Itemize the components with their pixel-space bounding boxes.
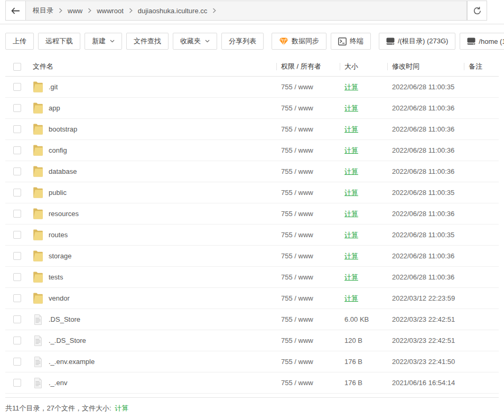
table-row[interactable]: storage 755 / www 计算 2022/06/28 11:00:36 <box>5 246 499 267</box>
folder-icon <box>33 293 43 304</box>
disk-home-label: /home (10G) <box>479 38 504 45</box>
row-checkbox[interactable] <box>13 189 21 197</box>
row-checkbox[interactable] <box>13 83 21 91</box>
row-mtime: 2021/06/16 16:54:14 <box>387 379 464 387</box>
row-size-calculate-link[interactable]: 计算 <box>344 83 358 91</box>
row-checkbox[interactable] <box>13 337 21 344</box>
file-name[interactable]: database <box>49 167 77 175</box>
row-type-icon <box>33 208 43 219</box>
row-checkbox[interactable] <box>13 358 21 366</box>
row-size-calculate-link[interactable]: 计算 <box>344 167 358 175</box>
row-mtime: 2022/06/28 11:00:36 <box>387 210 464 218</box>
file-name[interactable]: routes <box>49 231 68 239</box>
arrow-left-icon <box>11 7 20 14</box>
upload-label: 上传 <box>13 36 26 46</box>
table-row[interactable]: resources 755 / www 计算 2022/06/28 11:00:… <box>5 203 499 225</box>
breadcrumb-bar: 根目录wwwwwwrootdujiaoshuka.iculture.cc <box>5 1 487 21</box>
table-row[interactable]: ._.DS_Store 755 / www 120 B 2022/03/23 2… <box>5 330 499 351</box>
row-permission-owner: 755 / www <box>276 358 340 366</box>
row-checkbox[interactable] <box>13 379 21 387</box>
share-list-button[interactable]: 分享列表 <box>221 33 264 50</box>
back-button[interactable] <box>5 1 26 21</box>
row-type-icon <box>33 166 43 177</box>
file-search-button[interactable]: 文件查找 <box>126 33 169 50</box>
table-row[interactable]: database 755 / www 计算 2022/06/28 11:00:3… <box>5 161 499 182</box>
favorites-dropdown-button[interactable]: 收藏夹 <box>173 33 217 50</box>
table-row[interactable]: .git 755 / www 计算 2022/06/28 11:00:35 <box>5 77 499 98</box>
chevron-down-icon <box>205 40 210 43</box>
row-size-calculate-link[interactable]: 计算 <box>344 104 358 112</box>
breadcrumb-item[interactable]: dujiaoshuka.iculture.cc <box>138 7 208 15</box>
file-name[interactable]: app <box>49 104 60 112</box>
file-name[interactable]: ._.env.example <box>49 358 95 366</box>
row-size-calculate-link[interactable]: 计算 <box>344 189 358 197</box>
file-name[interactable]: public <box>49 189 67 197</box>
folder-icon <box>33 81 43 92</box>
row-size-calculate-link[interactable]: 计算 <box>344 125 358 133</box>
folder-icon <box>33 229 43 240</box>
breadcrumb-item[interactable]: wwwroot <box>97 7 124 15</box>
row-permission-owner: 755 / www <box>276 146 340 154</box>
row-checkbox[interactable] <box>13 315 21 323</box>
table-row[interactable]: vendor 755 / www 计算 2022/03/12 22:23:59 <box>5 288 499 309</box>
row-size-calculate-link[interactable]: 计算 <box>344 252 358 260</box>
file-name[interactable]: config <box>49 146 67 154</box>
upload-button[interactable]: 上传 <box>5 33 34 50</box>
breadcrumb-item[interactable]: 根目录 <box>33 6 53 15</box>
row-checkbox[interactable] <box>13 146 21 154</box>
row-checkbox[interactable] <box>13 273 21 281</box>
row-permission-owner: 755 / www <box>276 294 340 302</box>
table-row[interactable]: public 755 / www 计算 2022/06/28 11:00:35 <box>5 182 499 203</box>
table-row[interactable]: tests 755 / www 计算 2022/06/28 11:00:36 <box>5 267 499 288</box>
row-mtime: 2022/06/28 11:00:36 <box>387 252 464 260</box>
row-checkbox[interactable] <box>13 294 21 302</box>
remote-download-button[interactable]: 远程下载 <box>38 33 80 50</box>
row-checkbox[interactable] <box>13 252 21 260</box>
file-name[interactable]: .DS_Store <box>49 315 80 323</box>
table-row[interactable]: routes 755 / www 计算 2022/06/28 11:00:35 <box>5 225 499 246</box>
disk-home-button[interactable]: /home (10G) <box>460 33 504 50</box>
table-row[interactable]: config 755 / www 计算 2022/06/28 11:00:36 <box>5 140 499 161</box>
row-checkbox[interactable] <box>13 231 21 239</box>
row-checkbox[interactable] <box>13 210 21 218</box>
refresh-button[interactable] <box>467 1 487 21</box>
table-row[interactable]: bootstrap 755 / www 计算 2022/06/28 11:00:… <box>5 119 499 140</box>
disk-root-button[interactable]: /(根目录) (273G) <box>379 33 455 50</box>
chevron-down-icon <box>110 40 115 43</box>
data-sync-button[interactable]: 数据同步 <box>272 33 326 50</box>
table-row[interactable]: app 755 / www 计算 2022/06/28 11:00:36 <box>5 98 499 119</box>
terminal-button[interactable]: 终端 <box>331 33 371 50</box>
file-name[interactable]: ._.DS_Store <box>49 337 86 344</box>
file-name[interactable]: resources <box>49 210 79 218</box>
row-checkbox[interactable] <box>13 125 21 133</box>
file-name[interactable]: tests <box>49 273 63 281</box>
file-name[interactable]: .git <box>49 83 58 91</box>
gem-icon <box>279 38 288 45</box>
row-size-calculate-link[interactable]: 计算 <box>344 294 358 302</box>
table-row[interactable]: ._.env 755 / www 176 B 2021/06/16 16:54:… <box>5 372 499 394</box>
row-size-calculate-link[interactable]: 计算 <box>344 231 358 239</box>
calculate-size-link[interactable]: 计算 <box>115 404 128 412</box>
new-dropdown-button[interactable]: 新建 <box>85 33 122 50</box>
table-row[interactable]: .DS_Store 755 / www 6.00 KB 2022/03/23 2… <box>5 309 499 330</box>
row-permission-owner: 755 / www <box>276 210 340 218</box>
file-icon <box>34 335 42 346</box>
row-checkbox[interactable] <box>13 104 21 112</box>
row-size-calculate-link[interactable]: 计算 <box>344 210 358 218</box>
favorites-label: 收藏夹 <box>180 36 201 46</box>
row-checkbox[interactable] <box>13 167 21 175</box>
file-name[interactable]: storage <box>49 252 71 260</box>
table-row[interactable]: ._.env.example 755 / www 176 B 2022/03/2… <box>5 351 499 372</box>
select-all-checkbox[interactable] <box>13 63 21 71</box>
file-table-header: 文件名 权限 / 所有者 大小 修改时间 备注 <box>5 57 499 77</box>
row-size-calculate-link[interactable]: 计算 <box>344 146 358 154</box>
file-name[interactable]: bootstrap <box>49 125 77 133</box>
row-type-icon <box>33 145 43 156</box>
row-size-calculate-link[interactable]: 计算 <box>344 273 358 281</box>
folder-icon <box>33 102 43 114</box>
breadcrumb-item[interactable]: www <box>68 7 82 15</box>
row-type-icon <box>33 81 43 92</box>
file-name[interactable]: ._.env <box>49 379 67 387</box>
file-name[interactable]: vendor <box>49 294 70 302</box>
folder-icon <box>33 187 43 198</box>
